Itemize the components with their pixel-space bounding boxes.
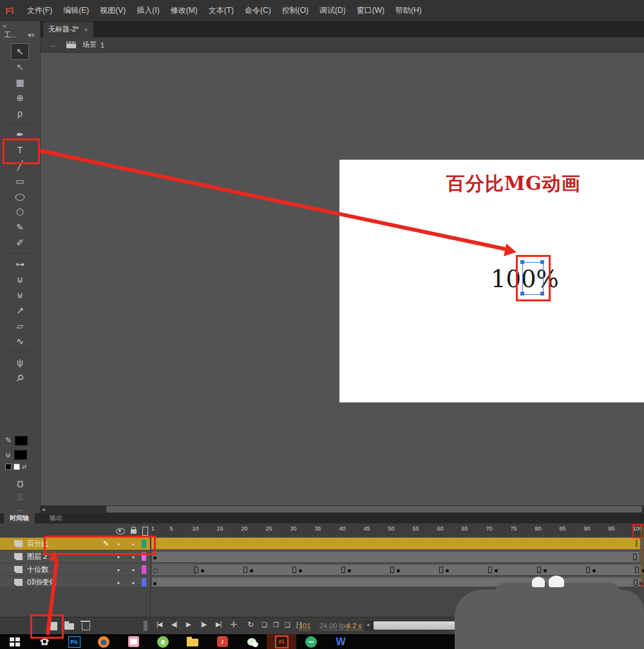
ink-bottle-tool[interactable]: ⊎ xyxy=(12,287,28,303)
ruler-frame-25[interactable]: 25 xyxy=(265,525,272,532)
playhead-marker[interactable] xyxy=(632,524,644,538)
ruler-frame-70[interactable]: 70 xyxy=(486,525,492,532)
ruler-frame-30[interactable]: 30 xyxy=(290,525,296,532)
layer-lock-dot[interactable]: • xyxy=(132,566,135,574)
show-hide-eye-icon[interactable] xyxy=(116,528,125,534)
layer-row-3[interactable]: 十位数•• xyxy=(0,563,150,576)
zoom-tool[interactable]: ⚲ xyxy=(12,370,28,386)
document-tab[interactable]: 无标题-2* × xyxy=(43,21,93,37)
ruler-frame-75[interactable]: 75 xyxy=(510,525,516,532)
menu-item-9[interactable]: 窗口(W) xyxy=(357,5,384,16)
menu-item-0[interactable]: 文件(F) xyxy=(27,5,52,16)
hand-tool[interactable]: ψ xyxy=(12,355,28,370)
black-white-icon[interactable] xyxy=(5,464,12,470)
ruler-frame-60[interactable]: 60 xyxy=(437,525,443,532)
pencil-tool[interactable]: ✎ xyxy=(12,220,28,235)
tab-output[interactable]: 输出 xyxy=(44,513,68,523)
elapsed-time-field[interactable]: 4.2 s xyxy=(346,622,362,630)
stage-title-text[interactable]: 百分比MG动画 xyxy=(446,171,581,197)
panel-menu-icon[interactable]: ▾≡ xyxy=(28,32,35,39)
ruler-frame-55[interactable]: 55 xyxy=(412,525,419,532)
taskbar-firefox[interactable] xyxy=(89,634,118,649)
menu-item-10[interactable]: 帮助(H) xyxy=(395,5,422,16)
frame-ruler[interactable]: 1510152025303540455055606570758085909510… xyxy=(151,523,644,538)
prev-frame-button[interactable]: ◀| xyxy=(171,621,176,628)
layer-visibility-dot[interactable]: • xyxy=(117,579,120,587)
horizontal-scrollbar[interactable]: ◂ xyxy=(40,505,644,513)
free-transform-tool[interactable]: ▦ xyxy=(12,75,28,90)
frame-rate-field[interactable]: 24.00 fps xyxy=(319,622,348,630)
play-button[interactable]: ▶ xyxy=(186,621,191,628)
layer-lock-dot[interactable]: • xyxy=(132,579,135,587)
taskbar-image-app[interactable] xyxy=(118,634,148,649)
lasso-tool[interactable]: ρ xyxy=(12,106,28,121)
onion-skin-button[interactable]: ❏ xyxy=(261,621,267,628)
subselection-tool[interactable]: ↖ xyxy=(12,59,28,75)
menu-item-4[interactable]: 修改(M) xyxy=(171,5,198,16)
taskbar-flash[interactable]: Fl xyxy=(267,634,296,649)
taskbar-netease-music[interactable]: ♪ xyxy=(207,634,237,649)
onion-outline-button[interactable]: ❐ xyxy=(273,621,279,628)
delete-layer-button[interactable] xyxy=(82,623,90,630)
ruler-frame-85[interactable]: 85 xyxy=(559,525,565,532)
menu-item-6[interactable]: 命令(C) xyxy=(245,5,271,16)
taskbar-wps[interactable]: W xyxy=(326,634,355,649)
eyedropper-tool[interactable]: ↗ xyxy=(12,303,28,318)
first-frame-button[interactable]: |◀ xyxy=(156,621,162,628)
deco-tool[interactable]: ∿ xyxy=(12,334,28,349)
close-tab-icon[interactable]: × xyxy=(84,26,88,33)
bone-tool[interactable]: ⊶ xyxy=(12,256,28,272)
ruler-frame-65[interactable]: 65 xyxy=(461,525,468,532)
ruler-frame-40[interactable]: 40 xyxy=(339,525,345,532)
last-frame-button[interactable]: ▶| xyxy=(216,621,221,628)
lock-icon[interactable] xyxy=(131,529,137,534)
eraser-tool[interactable]: ▱ xyxy=(12,318,28,334)
swap-colors-icon[interactable]: ⇄ xyxy=(22,464,27,470)
fill-color-swatch[interactable] xyxy=(14,450,27,460)
layer-track-1[interactable] xyxy=(151,538,644,550)
taskbar-wechat[interactable] xyxy=(237,634,267,649)
scroll-left-icon[interactable]: ◂ xyxy=(42,505,45,513)
stroke-color-swatch[interactable] xyxy=(15,436,28,446)
taskbar-windows-start[interactable] xyxy=(0,634,30,649)
ruler-frame-10[interactable]: 10 xyxy=(192,525,198,532)
rectangle-tool[interactable]: ▭ xyxy=(12,173,28,189)
layer-track-3[interactable] xyxy=(151,563,644,576)
polystar-tool[interactable]: ⬡ xyxy=(12,204,28,220)
snap-magnet-icon[interactable]: Ω xyxy=(17,480,23,489)
collapse-panel-icon[interactable]: « xyxy=(3,22,6,30)
ruler-frame-95[interactable]: 95 xyxy=(608,525,614,532)
layer-visibility-dot[interactable]: • xyxy=(117,566,120,574)
pane-resize-grip[interactable] xyxy=(143,621,147,631)
brush-tool[interactable]: ✐ xyxy=(12,235,28,250)
ruler-frame-90[interactable]: 90 xyxy=(583,525,590,532)
ruler-frame-20[interactable]: 20 xyxy=(241,525,247,532)
menu-item-5[interactable]: 文本(T) xyxy=(209,5,234,16)
3d-rotation-tool[interactable]: ⊕ xyxy=(12,90,28,106)
menu-item-2[interactable]: 视图(V) xyxy=(100,5,126,16)
edit-multiple-frames-button[interactable]: ❑ xyxy=(285,621,290,628)
menu-item-3[interactable]: 插入(I) xyxy=(137,5,159,16)
scrollbar-thumb[interactable] xyxy=(106,506,642,513)
outline-column-icon[interactable] xyxy=(142,527,148,536)
new-folder-button[interactable] xyxy=(64,623,74,630)
ruler-frame-5[interactable]: 5 xyxy=(169,525,173,532)
next-frame-button[interactable]: |▶ xyxy=(201,621,206,628)
ruler-frame-1[interactable]: 1 xyxy=(151,525,155,532)
ruler-frame-80[interactable]: 80 xyxy=(535,525,541,532)
modify-markers-button[interactable]: [·] xyxy=(296,621,302,628)
ruler-frame-50[interactable]: 50 xyxy=(388,525,394,532)
ruler-frame-15[interactable]: 15 xyxy=(216,525,223,532)
back-arrow-icon[interactable]: ← xyxy=(49,40,57,50)
paint-bucket-tool[interactable]: ⊍ xyxy=(12,272,28,287)
taskbar-browser-app[interactable]: e xyxy=(148,634,178,649)
ruler-frame-35[interactable]: 35 xyxy=(314,525,321,532)
taskbar-folder[interactable] xyxy=(178,634,207,649)
scroll-left-icon[interactable]: ◂ xyxy=(366,621,370,628)
menu-item-1[interactable]: 编辑(E) xyxy=(63,5,89,16)
oval-tool[interactable]: ◯ xyxy=(12,189,28,204)
layer-track-2[interactable] xyxy=(151,550,644,563)
ruler-frame-45[interactable]: 45 xyxy=(363,525,370,532)
taskbar-green-app[interactable] xyxy=(296,634,326,649)
menu-item-7[interactable]: 控制(O) xyxy=(282,5,308,16)
